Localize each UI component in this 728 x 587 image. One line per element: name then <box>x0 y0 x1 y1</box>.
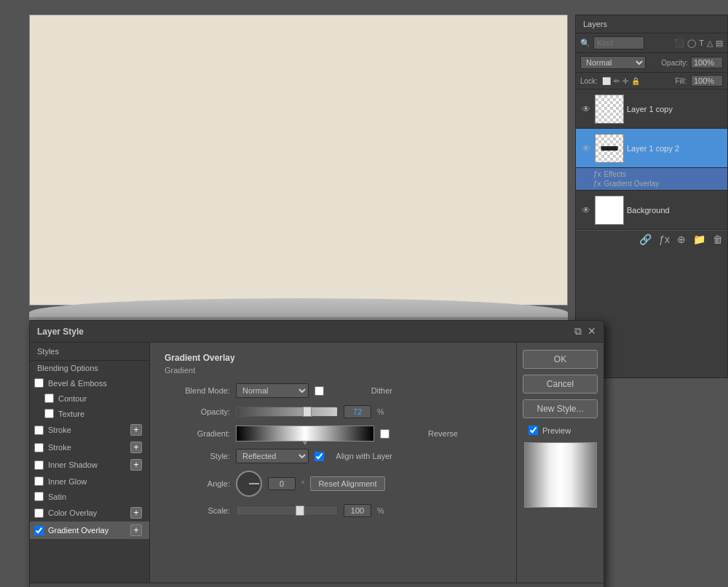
layer-text-icon[interactable]: T <box>699 39 704 48</box>
sidebar-item-satin[interactable]: Satin <box>30 489 149 504</box>
opacity-value-input[interactable] <box>344 405 371 418</box>
dialog-resize-icon[interactable]: ⧉ <box>574 325 582 338</box>
gradient-overlay-add-btn[interactable]: + <box>130 524 142 536</box>
style-select[interactable]: Reflected Linear Radial Angle Diamond <box>236 449 309 463</box>
new-style-button[interactable]: New Style... <box>523 399 598 418</box>
stroke-1-add-btn[interactable]: + <box>130 424 142 436</box>
style-row: Style: Reflected Linear Radial Angle Dia… <box>165 449 502 463</box>
bevel-emboss-checkbox[interactable] <box>34 378 44 388</box>
preview-checkbox[interactable] <box>529 426 538 435</box>
effect-row: ƒx Gradient Overlay <box>593 179 723 188</box>
dither-checkbox[interactable] <box>314 386 324 396</box>
fx-button-icon[interactable]: ƒx <box>659 233 670 245</box>
color-overlay-checkbox[interactable] <box>34 508 44 518</box>
layers-panel-title: Layers <box>576 15 727 33</box>
layers-search-bar: 🔍 ⬛ ◯ T △ ▤ <box>576 33 727 53</box>
gradient-overlay-checkbox[interactable] <box>34 526 44 535</box>
dialog-close-icon[interactable]: ✕ <box>587 325 596 338</box>
layer-visibility-icon[interactable]: 👁 <box>580 103 592 115</box>
layer-row[interactable]: 👁 Background <box>576 191 727 230</box>
fill-input[interactable] <box>691 75 723 87</box>
sidebar-item-bevel-emboss[interactable]: Bevel & Emboss <box>30 375 149 391</box>
sidebar-item-color-overlay[interactable]: Color Overlay + <box>30 504 149 522</box>
scale-slider[interactable] <box>236 506 338 516</box>
stroke-2-checkbox[interactable] <box>34 443 44 452</box>
layer-visibility-icon[interactable]: 👁 <box>580 143 592 154</box>
link-layers-icon[interactable]: 🔗 <box>639 233 652 245</box>
contour-checkbox[interactable] <box>44 394 54 403</box>
layer-name: Layer 1 copy <box>627 105 673 113</box>
inner-shadow-add-btn[interactable]: + <box>130 459 142 471</box>
gradient-bar[interactable] <box>236 426 374 442</box>
stroke-1-checkbox[interactable] <box>34 426 44 435</box>
sidebar-item-gradient-overlay[interactable]: Gradient Overlay + <box>30 522 149 539</box>
layer-type-icon[interactable]: ⬛ <box>674 39 684 48</box>
angle-input[interactable] <box>268 477 296 490</box>
color-overlay-add-btn[interactable]: + <box>130 507 142 519</box>
layer-row[interactable]: 👁 Layer 1 copy 2 <box>576 129 727 168</box>
scale-percent: % <box>377 506 384 515</box>
opacity-slider[interactable] <box>236 407 338 417</box>
layer-visibility-icon[interactable]: 👁 <box>580 204 592 216</box>
sidebar-item-stroke-2[interactable]: Stroke + <box>30 439 149 456</box>
opacity-input[interactable] <box>691 57 723 68</box>
dialog-bottom-buttons: Make Default Reset to Default <box>30 583 604 587</box>
inner-shadow-checkbox[interactable] <box>34 460 44 470</box>
fill-label: Fill: <box>675 77 687 85</box>
inner-glow-checkbox[interactable] <box>34 476 44 486</box>
lock-icons: ⬜ ✏ ✛ 🔒 <box>602 77 640 85</box>
reverse-row: Reverse <box>380 429 458 439</box>
sidebar-item-stroke-1[interactable]: Stroke + <box>30 421 149 439</box>
blend-mode-select[interactable]: Normal <box>236 383 309 398</box>
satin-checkbox[interactable] <box>34 492 44 501</box>
lock-all-icon[interactable]: 🔒 <box>631 77 640 85</box>
layer-row[interactable]: 👁 Layer 1 copy <box>576 89 727 129</box>
styles-list-header: Styles <box>30 343 149 361</box>
align-layer-row: Align with Layer <box>314 452 392 461</box>
effects-label: Effects <box>604 170 626 178</box>
scale-label: Scale: <box>165 506 230 515</box>
effect-row: ƒx Effects <box>593 169 723 179</box>
layer-thumbnail <box>595 134 624 163</box>
delete-layer-icon[interactable]: 🗑 <box>713 233 723 245</box>
style-label: Style: <box>165 452 230 460</box>
dither-row: Dither <box>314 386 392 396</box>
fx-icon: ƒx <box>593 170 601 178</box>
cancel-button[interactable]: Cancel <box>523 375 598 394</box>
lock-image-icon[interactable]: ✏ <box>614 77 620 85</box>
lock-label: Lock: <box>580 77 598 85</box>
layer-shape-icon[interactable]: △ <box>707 39 713 48</box>
angle-label: Angle: <box>165 479 230 488</box>
sidebar-item-contour[interactable]: Contour <box>30 391 149 406</box>
add-group-icon[interactable]: 📁 <box>693 233 705 245</box>
scale-row: Scale: % <box>165 504 502 517</box>
blend-mode-select[interactable]: Normal <box>580 56 646 69</box>
align-layer-checkbox[interactable] <box>314 452 324 461</box>
layers-lock-row: Lock: ⬜ ✏ ✛ 🔒 Fill: <box>576 73 727 89</box>
layers-filter-icons: ⬛ ◯ T △ ▤ <box>674 39 723 48</box>
stroke-2-add-btn[interactable]: + <box>130 442 142 453</box>
lock-position-icon[interactable]: ✛ <box>622 77 628 85</box>
angle-dial[interactable] <box>236 471 262 497</box>
sidebar-item-inner-glow[interactable]: Inner Glow <box>30 474 149 489</box>
lock-transparent-icon[interactable]: ⬜ <box>602 77 611 85</box>
preview-thumbnail <box>524 442 597 508</box>
reset-alignment-button[interactable]: Reset Alignment <box>310 476 384 491</box>
ok-button[interactable]: OK <box>523 350 598 369</box>
sidebar-item-blending-options[interactable]: Blending Options <box>30 361 149 375</box>
texture-checkbox[interactable] <box>44 409 54 418</box>
layers-search-input[interactable] <box>593 36 644 49</box>
blend-mode-row: Blend Mode: Normal Dither <box>165 383 502 398</box>
reverse-checkbox[interactable] <box>380 429 389 439</box>
dialog-controls: ⧉ ✕ <box>574 325 596 338</box>
add-adjustment-icon[interactable]: ⊕ <box>677 233 686 245</box>
opacity-label: Opacity: <box>661 59 688 67</box>
opacity-row-label: Opacity: <box>165 407 230 416</box>
layer-filter-icon[interactable]: ▤ <box>716 39 723 48</box>
layer-attr-icon[interactable]: ◯ <box>687 39 696 48</box>
sidebar-item-texture[interactable]: Texture <box>30 406 149 421</box>
blend-mode-label: Blend Mode: <box>165 386 230 395</box>
layers-blending-row: Normal Opacity: <box>576 53 727 73</box>
sidebar-item-inner-shadow[interactable]: Inner Shadow + <box>30 456 149 474</box>
scale-value-input[interactable] <box>344 504 371 517</box>
